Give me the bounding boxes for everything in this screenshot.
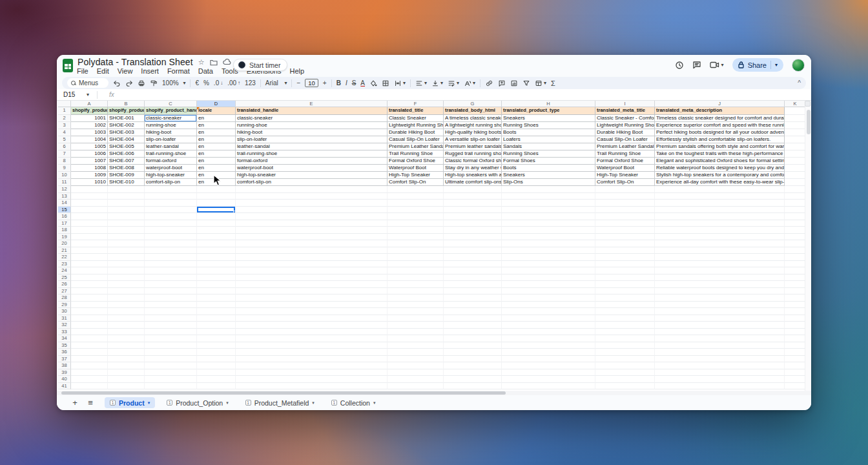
cell-F21[interactable] [388, 247, 444, 254]
cell-D17[interactable] [197, 220, 236, 227]
cell-B24[interactable] [108, 267, 145, 274]
functions-button[interactable]: Σ [551, 80, 555, 87]
cell-A41[interactable] [71, 383, 108, 390]
cell-E24[interactable] [236, 267, 388, 274]
cell-F26[interactable] [388, 281, 444, 288]
cell-I28[interactable] [595, 294, 655, 302]
cell-F29[interactable] [388, 302, 444, 309]
cell-A14[interactable] [71, 200, 108, 207]
menu-format[interactable]: Format [167, 67, 190, 75]
cell-H40[interactable] [502, 376, 595, 383]
cell-C1[interactable]: shopify_product_handle [145, 107, 197, 115]
cell-I40[interactable] [595, 376, 655, 383]
cell-C19[interactable] [145, 234, 197, 241]
cell-I3[interactable]: Lightweight Running Shoe [595, 122, 655, 129]
cell-J29[interactable] [655, 302, 785, 309]
menu-help[interactable]: Help [289, 67, 304, 75]
cell-G29[interactable] [444, 302, 502, 309]
cell-K20[interactable] [785, 240, 805, 247]
cell-K4[interactable] [785, 129, 805, 136]
cell-J19[interactable] [655, 234, 785, 241]
cell-I30[interactable] [595, 308, 655, 315]
cell-D25[interactable] [197, 274, 236, 282]
row-header-23[interactable]: 23 [58, 261, 71, 268]
cell-E30[interactable] [236, 308, 388, 315]
cell-E26[interactable] [236, 281, 388, 288]
menu-view[interactable]: View [118, 67, 133, 75]
cell-K19[interactable] [785, 234, 805, 241]
cell-K28[interactable] [785, 294, 805, 302]
more-formats-button[interactable]: 123 [245, 80, 256, 87]
cell-B1[interactable]: shopify_product_sku [108, 107, 145, 115]
cell-H31[interactable] [502, 315, 595, 322]
row-header-36[interactable]: 36 [58, 349, 71, 356]
row-header-25[interactable]: 25 [58, 274, 71, 282]
cell-D15[interactable] [197, 207, 236, 214]
cell-D9[interactable]: en [197, 165, 236, 172]
cell-H20[interactable] [502, 240, 595, 247]
cell-B19[interactable] [108, 234, 145, 241]
cell-G17[interactable] [444, 220, 502, 227]
cell-K12[interactable] [785, 186, 805, 193]
format-currency-button[interactable]: € [195, 80, 199, 87]
cell-B5[interactable]: SHOE-004 [108, 136, 145, 143]
cell-K7[interactable] [785, 150, 805, 158]
cell-I10[interactable]: High-Top Sneaker [595, 172, 655, 179]
cell-H39[interactable] [502, 369, 595, 377]
cell-I33[interactable] [595, 329, 655, 336]
cell-D2[interactable]: en [197, 115, 236, 122]
cell-J13[interactable] [655, 193, 785, 200]
cell-D5[interactable]: en [197, 136, 236, 143]
cell-E29[interactable] [236, 302, 388, 309]
horizontal-scrollbar-thumb[interactable] [61, 391, 506, 395]
cell-J21[interactable] [655, 247, 785, 254]
row-header-18[interactable]: 18 [58, 227, 71, 234]
cell-D14[interactable] [197, 200, 236, 207]
cell-A7[interactable]: 1006 [71, 150, 108, 158]
cell-F10[interactable]: High-Top Sneaker [388, 172, 444, 179]
share-button[interactable]: Share ▾ [732, 58, 783, 72]
column-header-B[interactable]: B [108, 101, 145, 107]
column-header-G[interactable]: G [444, 101, 502, 107]
cell-C8[interactable]: formal-oxford [145, 158, 197, 165]
cell-E25[interactable] [236, 274, 388, 282]
cell-D21[interactable] [197, 247, 236, 254]
row-header-19[interactable]: 19 [58, 234, 71, 241]
cell-C12[interactable] [145, 186, 197, 193]
cell-C22[interactable] [145, 254, 197, 261]
cell-E9[interactable]: waterproof-boot [236, 165, 388, 172]
name-box[interactable]: D15 ▾ [57, 91, 93, 98]
cell-C23[interactable] [145, 261, 197, 268]
cell-F17[interactable] [388, 220, 444, 227]
cell-H37[interactable] [502, 356, 595, 363]
cell-I31[interactable] [595, 315, 655, 322]
cell-D34[interactable] [197, 335, 236, 342]
cell-G30[interactable] [444, 308, 502, 315]
cell-F19[interactable] [388, 234, 444, 241]
cell-C5[interactable]: slip-on-loafer [145, 136, 197, 143]
cell-H32[interactable] [502, 322, 595, 329]
collapse-toolbar-button[interactable]: ^ [798, 80, 801, 87]
row-header-14[interactable]: 14 [58, 200, 71, 207]
cell-C16[interactable] [145, 213, 197, 220]
cell-E36[interactable] [236, 349, 388, 356]
row-header-22[interactable]: 22 [58, 254, 71, 261]
cell-H16[interactable] [502, 213, 595, 220]
cell-H34[interactable] [502, 335, 595, 342]
cell-G13[interactable] [444, 193, 502, 200]
cell-C24[interactable] [145, 267, 197, 274]
cell-H21[interactable] [502, 247, 595, 254]
cell-C40[interactable] [145, 376, 197, 383]
cell-G23[interactable] [444, 261, 502, 268]
cell-F31[interactable] [388, 315, 444, 322]
cell-I23[interactable] [595, 261, 655, 268]
cell-F38[interactable] [388, 362, 444, 369]
cell-H12[interactable] [502, 186, 595, 193]
cell-E19[interactable] [236, 234, 388, 241]
cell-J34[interactable] [655, 335, 785, 342]
cell-G37[interactable] [444, 356, 502, 363]
cell-J8[interactable]: Elegant and sophisticated Oxford shoes f… [655, 158, 785, 165]
cell-E14[interactable] [236, 200, 388, 207]
cell-C28[interactable] [145, 294, 197, 302]
cell-F27[interactable] [388, 288, 444, 295]
